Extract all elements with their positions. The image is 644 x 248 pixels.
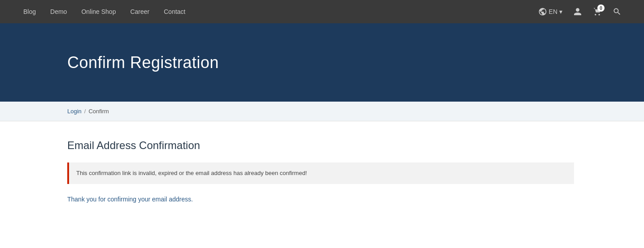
section-title: Email Address Confirmation — [67, 139, 577, 152]
nav-link-career[interactable]: Career — [125, 5, 155, 18]
nav-actions: EN ▾ 0 — [534, 4, 626, 19]
main-nav: Blog Demo Online Shop Career Contact EN … — [0, 0, 644, 23]
nav-link-contact[interactable]: Contact — [158, 5, 191, 18]
nav-link-blog[interactable]: Blog — [18, 5, 41, 18]
nav-link-demo[interactable]: Demo — [45, 5, 72, 18]
alert-box: This confirmation link is invalid, expir… — [67, 162, 574, 184]
user-icon — [573, 7, 582, 16]
alert-message: This confirmation link is invalid, expir… — [76, 169, 307, 178]
language-selector[interactable]: EN ▾ — [534, 4, 567, 19]
cart-badge: 0 — [597, 4, 605, 12]
user-account-button[interactable] — [569, 4, 587, 19]
cart-button[interactable]: 0 — [588, 4, 606, 19]
thank-you-message: Thank you for confirming your email addr… — [67, 195, 577, 204]
breadcrumb: Login / Confirm — [0, 102, 644, 121]
cart-icon-wrapper: 0 — [593, 7, 602, 16]
search-icon — [613, 7, 622, 16]
language-label: EN — [549, 8, 557, 15]
breadcrumb-current: Confirm — [88, 108, 109, 115]
search-button[interactable] — [608, 4, 626, 19]
hero-banner: Confirm Registration — [0, 23, 644, 102]
nav-link-online-shop[interactable]: Online Shop — [76, 5, 121, 18]
nav-links: Blog Demo Online Shop Career Contact — [18, 5, 534, 18]
breadcrumb-login-link[interactable]: Login — [67, 108, 82, 115]
main-content: Email Address Confirmation This confirma… — [0, 121, 644, 231]
language-dropdown-icon: ▾ — [559, 8, 562, 15]
globe-icon — [538, 7, 547, 16]
breadcrumb-separator: / — [84, 108, 86, 115]
page-title: Confirm Registration — [67, 53, 219, 72]
